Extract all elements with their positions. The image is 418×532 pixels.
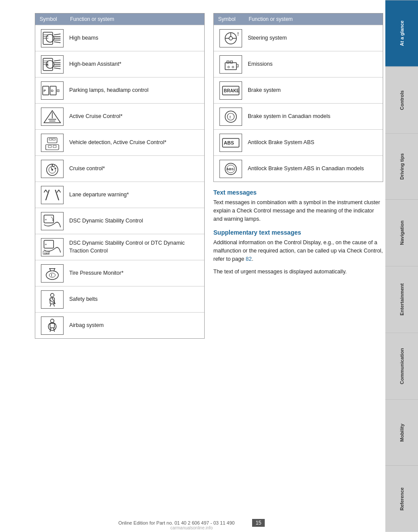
symbol-cell: P D ⊡ <box>39 81 69 100</box>
svg-text:≡: ≡ <box>45 243 47 246</box>
right-table: Symbol Function or system <box>213 13 383 182</box>
high-beam-assistant-icon: A <box>41 55 64 74</box>
svg-rect-77 <box>225 63 236 70</box>
svg-text:!: ! <box>229 115 231 119</box>
sidebar-tab-navigation[interactable]: Navigation <box>385 199 418 266</box>
svg-line-40 <box>54 168 56 169</box>
svg-point-66 <box>51 319 54 323</box>
symbol-cell <box>39 317 69 335</box>
symbol-cell <box>39 108 69 126</box>
supplementary-para1: Additional information on the Control Di… <box>213 239 383 263</box>
function-label: Lane departure warning* <box>69 191 201 199</box>
table-row: High beams <box>35 25 204 51</box>
brake-canada-icon: ! <box>219 108 242 126</box>
symbol-cell: BRAKE <box>217 81 248 100</box>
sidebar-tab-label: Navigation <box>399 221 405 245</box>
svg-text:ABS: ABS <box>224 140 234 145</box>
svg-line-47 <box>59 190 61 192</box>
sidebar-tab-label: Entertainment <box>399 283 405 316</box>
symbol-cell: ABS <box>217 134 248 152</box>
svg-point-60 <box>51 293 54 297</box>
steering-icon: ! <box>219 29 242 47</box>
table-row: Safety belts <box>35 286 204 312</box>
right-table-header: Symbol Function or system <box>214 13 383 25</box>
table-row: Lane departure warning* <box>35 182 204 208</box>
svg-text:!: ! <box>237 32 239 37</box>
function-label: Parking lamps, headlamp control <box>69 87 201 94</box>
table-row: ≡ OFF DSC Dynamic Stability Control or D… <box>35 234 204 260</box>
sidebar-tab-communication[interactable]: Communication <box>385 333 418 399</box>
symbol-cell: ABS <box>217 160 248 178</box>
svg-text:P: P <box>44 89 46 93</box>
dsc-dtc-icon: ≡ OFF <box>41 238 64 256</box>
table-row: ! Tire Pressure Monitor* <box>35 260 204 286</box>
svg-rect-32 <box>53 138 55 140</box>
table-row: ABS Antilock Brake System ABS in Canadia… <box>214 155 383 182</box>
abs-canada-icon: ABS <box>219 160 242 178</box>
high-beams-icon <box>41 29 64 47</box>
svg-text:ABS: ABS <box>226 167 234 171</box>
svg-line-44 <box>46 190 47 192</box>
tire-pressure-icon: ! <box>41 264 64 283</box>
symbol-cell <box>39 134 69 152</box>
sidebar-tab-mobility[interactable]: Mobility <box>385 399 418 466</box>
function-label: DSC Dynamic Stability Control <box>69 217 201 225</box>
symbol-cell: ! <box>217 29 248 47</box>
sidebar-tab-label: Driving tips <box>399 153 405 180</box>
dsc-icon: ≡ <box>41 212 64 230</box>
svg-text:BRAKE: BRAKE <box>224 88 239 93</box>
right-header-function: Function or system <box>249 16 378 22</box>
brake-icon: BRAKE <box>219 81 242 100</box>
svg-rect-33 <box>46 145 59 150</box>
symbol-cell <box>39 186 69 204</box>
function-label: Steering system <box>248 34 379 42</box>
function-label: High-beam Assistant* <box>69 61 201 68</box>
sidebar-tab-at-a-glance[interactable]: At a glance <box>385 0 418 67</box>
table-row: ! Steering system <box>214 25 383 51</box>
symbol-cell: ! <box>217 108 248 126</box>
sidebar-tab-controls[interactable]: Controls <box>385 67 418 133</box>
svg-line-69 <box>50 328 51 332</box>
table-row: Emissions <box>214 51 383 77</box>
text-messages-body: Text messages in combination with a symb… <box>213 199 383 223</box>
left-header-function: Function or system <box>70 16 200 22</box>
symbol-cell: ≡ <box>39 212 69 230</box>
right-header-symbol: Symbol <box>218 16 249 22</box>
svg-rect-34 <box>48 145 51 148</box>
sidebar-tab-label: Reference <box>399 488 405 511</box>
page-link[interactable]: 82 <box>246 256 252 262</box>
svg-point-80 <box>228 66 229 68</box>
svg-text:D: D <box>51 89 54 93</box>
svg-text:⊡: ⊡ <box>57 89 60 93</box>
sidebar-tab-label: Communication <box>399 348 405 384</box>
symbol-cell <box>217 55 248 74</box>
function-label: Airbag system <box>69 322 201 330</box>
table-row: Airbag system <box>35 312 204 338</box>
table-row: BRAKE Brake system <box>214 77 383 103</box>
function-label: DSC Dynamic Stability Control or DTC Dyn… <box>69 239 201 255</box>
svg-rect-35 <box>53 145 56 148</box>
abs-icon: ABS <box>219 134 242 152</box>
left-table: Symbol Function or system <box>35 13 205 339</box>
svg-rect-31 <box>49 138 52 140</box>
function-label: Brake system in Canadian models <box>248 113 379 121</box>
function-label: Brake system <box>248 87 379 94</box>
airbag-icon <box>41 317 64 335</box>
symbol-cell: A <box>39 55 69 74</box>
svg-line-45 <box>55 190 59 200</box>
function-label: Cruise control* <box>69 165 201 173</box>
active-cruise-icon <box>41 108 64 126</box>
symbol-cell: ≡ OFF <box>39 238 69 256</box>
sidebar-tab-reference[interactable]: Reference <box>385 465 418 532</box>
left-table-header: Symbol Function or system <box>35 13 204 25</box>
function-label: Vehicle detection, Active Cruise Control… <box>69 139 201 147</box>
symbol-cell <box>39 160 69 178</box>
sidebar-tab-entertainment[interactable]: Entertainment <box>385 266 418 333</box>
sidebar-tab-label: Controls <box>399 90 405 110</box>
sidebar-tab-driving-tips[interactable]: Driving tips <box>385 133 418 200</box>
svg-point-54 <box>46 271 58 279</box>
function-label: High beams <box>69 34 201 42</box>
left-column: Symbol Function or system <box>35 13 205 519</box>
svg-text:A: A <box>45 63 49 67</box>
table-row: A High-beam Ass <box>35 51 204 77</box>
